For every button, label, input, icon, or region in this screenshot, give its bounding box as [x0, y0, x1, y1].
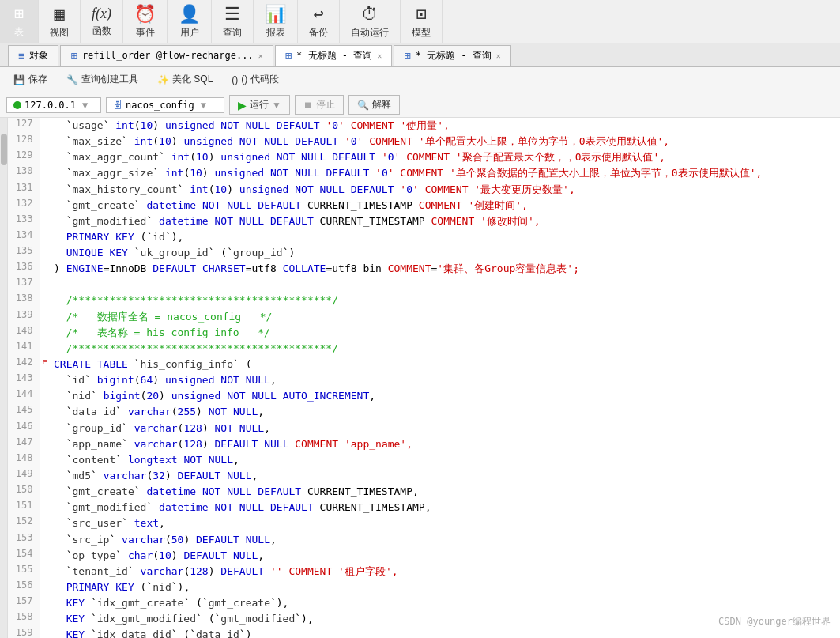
- stop-button[interactable]: ⏹ 停止: [295, 95, 344, 115]
- save-icon: 💾: [13, 74, 25, 85]
- toolbar-label-model: 模型: [412, 26, 431, 40]
- user-icon: 👤: [179, 4, 200, 24]
- toolbar-item-function[interactable]: f(x) 函数: [81, 0, 123, 43]
- table-row: 141 /***********************************…: [8, 341, 840, 357]
- line-number: 147: [8, 436, 40, 452]
- line-content: `id` bigint(64) unsigned NOT NULL,: [51, 372, 840, 388]
- line-number: 145: [8, 404, 40, 420]
- fold-button: [40, 564, 51, 579]
- toolbar-item-autorun[interactable]: ⏱ 自动运行: [340, 0, 401, 43]
- line-content: `md5` varchar(32) DEFAULT NULL,: [51, 468, 840, 484]
- table-row: 132 `gmt_create` datetime NOT NULL DEFAU…: [8, 198, 840, 213]
- toolbar-item-view[interactable]: ▦ 视图: [39, 0, 81, 43]
- tab-query1-close[interactable]: ✕: [377, 51, 382, 60]
- line-content: `nid` bigint(20) unsigned NOT NULL AUTO_…: [51, 388, 840, 404]
- tab-refill-order[interactable]: ⊞ refill_order @flow-recharge... ✕: [60, 45, 273, 66]
- scroll-indicator[interactable]: [0, 118, 8, 638]
- line-number: 141: [8, 341, 40, 357]
- line-number: 129: [8, 149, 40, 165]
- host-dropdown-icon: ▼: [82, 100, 88, 111]
- autorun-icon: ⏱: [361, 4, 379, 24]
- fold-button: [40, 611, 51, 627]
- tab-object-label: 对象: [29, 49, 48, 62]
- line-number: 144: [8, 388, 40, 404]
- line-number: 153: [8, 532, 40, 548]
- line-number: 149: [8, 468, 40, 484]
- line-number: 131: [8, 182, 40, 198]
- line-number: 152: [8, 515, 40, 531]
- line-number: 151: [8, 500, 40, 515]
- explain-label: 解释: [372, 98, 391, 111]
- table-row: 129 `max_aggr_count` int(10) unsigned NO…: [8, 149, 840, 165]
- save-button[interactable]: 💾 保存: [6, 70, 55, 89]
- fold-button: [40, 532, 51, 548]
- line-content: `op_type` char(10) DEFAULT NULL,: [51, 548, 840, 564]
- model-icon: ⊡: [416, 4, 426, 24]
- line-number: 159: [8, 627, 40, 638]
- scroll-thumb[interactable]: [1, 134, 7, 165]
- fold-button[interactable]: ⊟: [40, 357, 51, 372]
- main-content: 127 `usage` int(10) unsigned NOT NULL DE…: [0, 118, 840, 638]
- toolbar-item-model[interactable]: ⊡ 模型: [401, 0, 443, 43]
- fold-button: [40, 548, 51, 564]
- line-content: `content` longtext NOT NULL,: [51, 452, 840, 468]
- database-label: nacos_config: [126, 100, 194, 111]
- line-number: 139: [8, 309, 40, 325]
- query-builder-button[interactable]: 🔧 查询创建工具: [59, 70, 145, 89]
- toolbar-item-backup[interactable]: ↩ 备份: [298, 0, 340, 43]
- fold-button: [40, 118, 51, 134]
- top-toolbar: ⊞ 表 ▦ 视图 f(x) 函数 ⏰ 事件 👤 用户 ☰ 查询 📊 报表 ↩ 备…: [0, 0, 840, 43]
- table-row: 158 KEY `idx_gmt_modified` (`gmt_modifie…: [8, 611, 840, 627]
- code-snippet-button[interactable]: () () 代码段: [224, 70, 285, 89]
- toolbar-item-report[interactable]: 📊 报表: [254, 0, 298, 43]
- editor-area[interactable]: 127 `usage` int(10) unsigned NOT NULL DE…: [8, 118, 840, 638]
- toolbar-item-table[interactable]: ⊞ 表: [0, 0, 39, 43]
- toolbar-label-view: 视图: [50, 26, 69, 40]
- tab-query2-close[interactable]: ✕: [496, 51, 501, 60]
- connection-bar: 127.0.0.1 ▼ 🗄 nacos_config ▼ ▶ 运行 ▼ ⏹ 停止…: [0, 92, 840, 118]
- line-content: UNIQUE KEY `uk_group_id` (`group_id`): [51, 245, 840, 261]
- tab-query2[interactable]: ⊞ * 无标题 - 查询 ✕: [394, 45, 511, 66]
- query-icon: ☰: [224, 4, 240, 24]
- toolbar-item-event[interactable]: ⏰ 事件: [123, 0, 168, 43]
- toolbar-label-event: 事件: [136, 26, 155, 40]
- database-selector[interactable]: 🗄 nacos_config ▼: [106, 97, 224, 113]
- table-row: 156 PRIMARY KEY (`nid`),: [8, 579, 840, 595]
- toolbar-item-user[interactable]: 👤 用户: [168, 0, 212, 43]
- query-builder-icon: 🔧: [66, 74, 78, 85]
- connection-status-dot: [13, 101, 21, 109]
- fold-button: [40, 404, 51, 420]
- fold-button: [40, 149, 51, 165]
- fold-button: [40, 245, 51, 261]
- code-snippet-label: () 代码段: [241, 73, 278, 86]
- table-row: 136) ENGINE=InnoDB DEFAULT CHARSET=utf8 …: [8, 261, 840, 277]
- line-number: 134: [8, 229, 40, 245]
- table-row: 155 `tenant_id` varchar(128) DEFAULT '' …: [8, 564, 840, 579]
- function-icon: f(x): [92, 6, 111, 22]
- line-number: 132: [8, 198, 40, 213]
- toolbar-item-query[interactable]: ☰ 查询: [212, 0, 254, 43]
- run-button[interactable]: ▶ 运行 ▼: [229, 95, 290, 115]
- toolbar-label-query: 查询: [223, 26, 242, 40]
- tab-refill-close[interactable]: ✕: [258, 51, 263, 60]
- tab-object-icon: ≡: [18, 49, 24, 62]
- line-content: CREATE TABLE `his_config_info` (: [51, 357, 840, 372]
- line-number: 155: [8, 564, 40, 579]
- host-selector[interactable]: 127.0.0.1 ▼: [6, 97, 101, 113]
- line-number: 130: [8, 165, 40, 181]
- tab-object[interactable]: ≡ 对象: [8, 45, 58, 66]
- table-row: 143 `id` bigint(64) unsigned NOT NULL,: [8, 372, 840, 388]
- table-row: 154 `op_type` char(10) DEFAULT NULL,: [8, 548, 840, 564]
- fold-button: [40, 134, 51, 149]
- toolbar-label-table: 表: [14, 25, 24, 39]
- tab-query1[interactable]: ⊞ * 无标题 - 查询 ✕: [275, 45, 393, 66]
- table-row: 149 `md5` varchar(32) DEFAULT NULL,: [8, 468, 840, 484]
- stop-label: 停止: [316, 98, 335, 111]
- line-content: /* 表名称 = his_config_info */: [51, 325, 840, 341]
- host-label: 127.0.0.1: [24, 100, 76, 111]
- explain-button[interactable]: 🔍 解释: [348, 95, 400, 115]
- table-row: 159 KEY `idx_data_did` (`data_id`): [8, 627, 840, 638]
- fold-button: [40, 372, 51, 388]
- line-content: KEY `idx_data_did` (`data_id`): [51, 627, 840, 638]
- beautify-button[interactable]: ✨ 美化 SQL: [150, 70, 220, 89]
